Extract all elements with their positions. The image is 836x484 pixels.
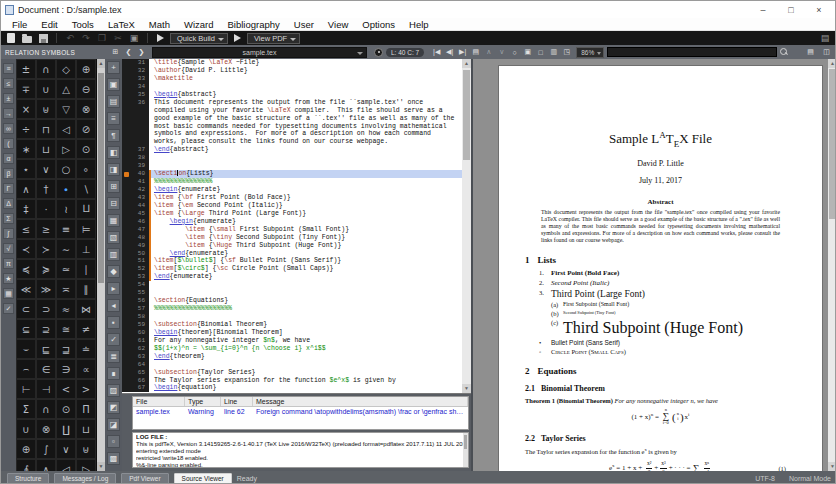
symbol-cell[interactable]: ⋆ (16, 159, 36, 179)
symbol-cell[interactable]: ∨ (56, 439, 76, 459)
code-line[interactable]: 50 \end{enumerate} (122, 250, 471, 258)
symbol-cell[interactable]: ≻ (36, 239, 56, 259)
symbol-cell[interactable]: ≃ (56, 259, 76, 279)
status-button-messages-log[interactable]: Messages / Log (54, 473, 116, 484)
menu-options[interactable]: Options (355, 19, 402, 30)
maximize-button[interactable]: □ (777, 5, 805, 15)
symbol-cell[interactable]: ▷ (76, 459, 96, 471)
side-tool-icon-17[interactable]: ✓ (107, 333, 120, 346)
symbol-cell[interactable]: ∈ (36, 359, 56, 379)
symbol-cell[interactable]: ⊕ (76, 59, 96, 79)
side-tool-icon-23[interactable]: ▫ (107, 435, 120, 448)
print-icon[interactable]: ▤ (804, 47, 817, 58)
symbol-cell[interactable]: ≫ (36, 279, 56, 299)
symbol-cell[interactable]: ∨ (36, 159, 56, 179)
menu-edit[interactable]: Edit (34, 19, 64, 30)
symbol-cell[interactable]: ⊆ (16, 319, 36, 339)
symbol-cell[interactable]: ‡ (16, 199, 36, 219)
side-tool-icon-15[interactable]: ◂ (107, 299, 120, 312)
symbol-cell[interactable]: ⋅ (36, 199, 56, 219)
symbol-cell[interactable]: Π (76, 399, 96, 419)
menu-bibliography[interactable]: Bibliography (221, 19, 287, 30)
side-tool-icon-4[interactable]: ≡ (107, 112, 120, 125)
rotate-icon[interactable]: ○ (508, 47, 521, 58)
symbol-cell[interactable]: ≍ (56, 279, 76, 299)
cut-icon[interactable]: ✂ (112, 32, 124, 44)
side-tool-icon-9[interactable]: ⊟ (107, 197, 120, 210)
open-file-selector[interactable]: sample.tex (152, 47, 367, 58)
symbol-cell[interactable]: ≀ (56, 199, 76, 219)
paste-icon[interactable]: ▣ (128, 32, 140, 44)
next-page-icon[interactable]: ▶| (456, 47, 469, 58)
previous-page-icon[interactable]: ◀| (443, 47, 456, 58)
code-line[interactable]: 35\begin{abstract} (122, 91, 471, 99)
code-line[interactable]: 66The Taylor series expansion for the fu… (122, 377, 471, 385)
symbol-cell[interactable]: ⊓ (36, 119, 56, 139)
side-tool-icon-8[interactable]: ⊞ (107, 180, 120, 193)
symbol-cell[interactable]: ⊃ (36, 299, 56, 319)
symbol-cell[interactable]: ◁ (56, 119, 76, 139)
left-tab-icon-7[interactable]: α (3, 153, 14, 164)
symbol-cell[interactable]: ≺ (16, 239, 36, 259)
symbol-cell[interactable]: ∣ (76, 259, 96, 279)
run-quick-build-icon[interactable] (157, 34, 164, 42)
symbol-cell[interactable]: ◁ (56, 459, 76, 471)
symbol-cell[interactable]: ∩ (36, 399, 56, 419)
side-tool-icon-20[interactable]: ▨ (107, 384, 120, 397)
symbol-cell[interactable]: ⊔ (76, 419, 96, 439)
code-line[interactable]: 45\item {\Large Third Point (Large Font)… (122, 210, 471, 218)
side-tool-icon-19[interactable]: ∎ (107, 367, 120, 380)
new-document-icon[interactable] (5, 32, 17, 44)
side-tool-icon-3[interactable]: ▤ (107, 95, 120, 108)
search-input[interactable] (607, 47, 777, 57)
code-line[interactable]: 49 \item {\Huge Third Subpoint (Huge Fon… (122, 242, 471, 250)
code-line[interactable]: 59\subsection{Binomial Theorem} (122, 321, 471, 329)
symbol-cell[interactable]: ≈ (56, 299, 76, 319)
left-tab-icon-5[interactable]: ∞ (3, 123, 14, 134)
symbol-cell[interactable]: < (56, 379, 76, 399)
code-line[interactable]: 38 (122, 154, 471, 162)
side-tool-icon-18[interactable]: ≣ (107, 350, 120, 363)
next-document-icon[interactable]: ❯ (135, 47, 148, 58)
symbol-cell[interactable]: ⊕ (16, 439, 36, 459)
symbol-cell[interactable]: ⊥ (76, 239, 96, 259)
symbol-cell[interactable]: ⊑ (36, 339, 56, 359)
undo-icon[interactable]: ↶ (64, 32, 76, 44)
symbol-cell[interactable]: ▽ (56, 99, 76, 119)
left-tab-icon-16[interactable]: ▦ (3, 288, 14, 299)
side-tool-icon-7[interactable]: ◨ (107, 163, 120, 176)
symbol-cell[interactable]: ≐ (76, 339, 96, 359)
code-line[interactable]: 55 (122, 289, 471, 297)
menu-user[interactable]: User (287, 19, 321, 30)
code-line[interactable]: 31\title{Sample \LaTeX ~File} (122, 59, 471, 67)
symbol-cell[interactable]: ≽ (36, 259, 56, 279)
code-line[interactable]: 43\item {\bf First Point (Bold Face)} (122, 194, 471, 202)
code-line[interactable]: 56\section{Equations} (122, 297, 471, 305)
symbol-cell[interactable]: ≅ (56, 319, 76, 339)
source-viewer-button[interactable]: Source Viewer (174, 473, 232, 484)
left-tab-icon-15[interactable]: ★ (3, 273, 14, 284)
code-line[interactable]: 39 (122, 162, 471, 170)
side-tool-icon-10[interactable]: ▦ (107, 214, 120, 227)
symbol-cell[interactable]: > (76, 379, 96, 399)
code-line[interactable]: 51\item[$\bullet$] {\sf Bullet Point (Sa… (122, 257, 471, 265)
menu-tools[interactable]: Tools (65, 19, 101, 30)
side-tool-icon-6[interactable]: ◧ (107, 146, 120, 159)
symbol-cell[interactable]: ≡ (56, 219, 76, 239)
code-line[interactable]: works, please consult the links found on… (122, 138, 471, 146)
symbol-cell[interactable]: ▷ (56, 139, 76, 159)
symbol-cell[interactable]: ∧ (36, 459, 56, 471)
zoom-level-dropdown[interactable]: 86% (576, 47, 604, 58)
close-button[interactable]: × (805, 5, 833, 15)
symbol-cell[interactable]: ⋈ (76, 299, 96, 319)
search-icon[interactable] (780, 48, 788, 56)
symbol-cell[interactable]: ∮ (16, 459, 36, 471)
side-tool-icon-11[interactable]: ▧ (107, 231, 120, 244)
symbol-cell[interactable]: ∪ (36, 79, 56, 99)
code-line[interactable]: 48 \item {\tiny Second Subpoint (Tiny Fo… (122, 234, 471, 242)
symbol-cell[interactable]: ⊎ (36, 99, 56, 119)
left-tab-icon-3[interactable]: ± (3, 93, 14, 104)
symbol-cell[interactable]: ⊨ (76, 219, 96, 239)
symbol-panel-scrollbar[interactable]: ▲▼ (97, 59, 105, 471)
symbol-cell[interactable]: ∖ (76, 179, 96, 199)
